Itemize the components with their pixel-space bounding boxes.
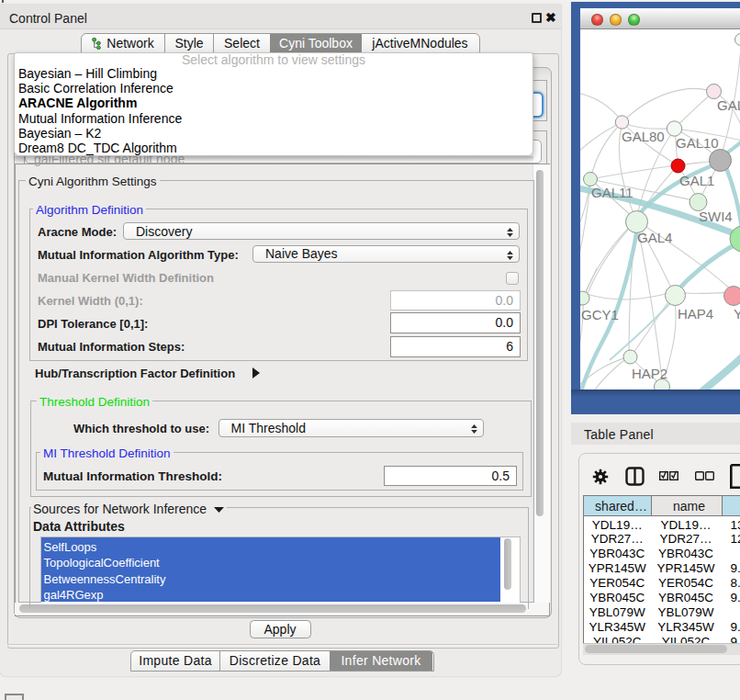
svg-text:GAL11: GAL11 bbox=[591, 185, 633, 200]
svg-text:GAL1: GAL1 bbox=[679, 173, 714, 188]
svg-text:GAL: GAL bbox=[717, 97, 740, 113]
svg-text:SWI4: SWI4 bbox=[699, 209, 733, 224]
svg-text:HAP2: HAP2 bbox=[632, 366, 667, 381]
svg-text:Y: Y bbox=[734, 306, 740, 322]
svg-text:GAL4: GAL4 bbox=[637, 230, 672, 245]
svg-text:GAL80: GAL80 bbox=[622, 129, 665, 144]
svg-text:GCY1: GCY1 bbox=[581, 307, 619, 322]
svg-text:HAP4: HAP4 bbox=[678, 306, 713, 322]
svg-text:GAL10: GAL10 bbox=[676, 135, 719, 151]
